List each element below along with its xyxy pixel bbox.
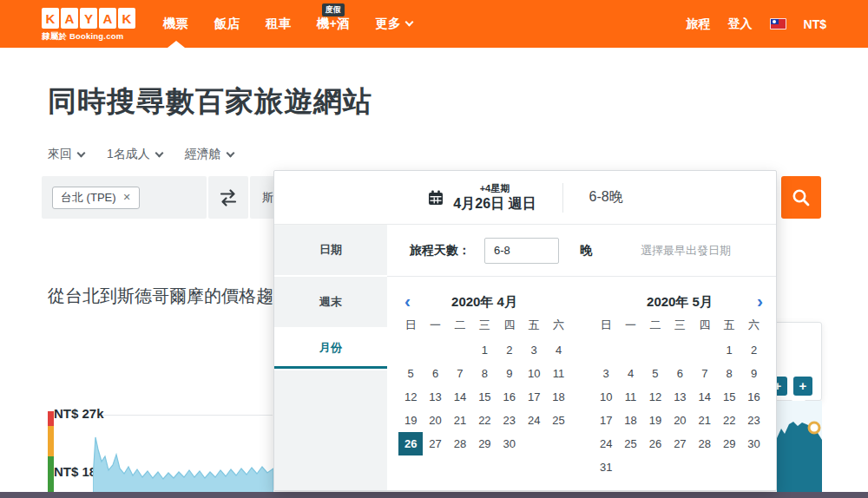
calendar-day[interactable]: 6 <box>667 362 692 385</box>
calendar-day[interactable]: 10 <box>594 385 618 409</box>
calendar-day[interactable]: 12 <box>643 385 667 409</box>
calendar-day[interactable]: 20 <box>667 409 692 432</box>
main-nav: 機票飯店租車機+酒度假更多 <box>161 0 414 48</box>
calendar-day[interactable]: 27 <box>667 432 692 455</box>
calendar-day[interactable]: 17 <box>522 385 546 409</box>
origin-input[interactable]: 台北 (TPE) ✕ <box>42 176 207 219</box>
signin-link[interactable]: 登入 <box>728 16 753 32</box>
calendar-day[interactable]: 5 <box>398 362 423 385</box>
calendar-day[interactable]: 7 <box>448 362 472 385</box>
calendar-day[interactable]: 25 <box>546 409 570 432</box>
calendar-day[interactable]: 18 <box>546 385 570 409</box>
price-area-chart-right[interactable] <box>777 419 822 493</box>
swap-button[interactable] <box>208 176 248 219</box>
increase-button[interactable]: + <box>793 377 812 396</box>
calendar-day[interactable]: 18 <box>618 409 642 432</box>
empty-day-cell <box>448 338 472 362</box>
calendar-day[interactable]: 21 <box>448 409 472 432</box>
empty-day-cell <box>717 455 741 479</box>
calendar-day[interactable]: 9 <box>497 362 522 385</box>
prev-month-arrow[interactable]: ‹ <box>404 292 411 310</box>
calendar-day[interactable]: 7 <box>693 362 717 385</box>
calendar-day[interactable]: 14 <box>693 385 717 409</box>
calendar-day[interactable]: 8 <box>472 362 496 385</box>
calendar-day[interactable]: 24 <box>522 409 546 432</box>
calendar-day[interactable]: 26 <box>643 432 667 455</box>
nav-label: 飯店 <box>214 16 240 32</box>
calendar-day[interactable]: 20 <box>423 409 447 432</box>
calendar-day[interactable]: 19 <box>398 409 423 432</box>
price-area-chart-left[interactable] <box>93 425 273 493</box>
calendar-day[interactable]: 24 <box>594 432 618 455</box>
calendar-day[interactable]: 16 <box>741 385 766 409</box>
calendar-day[interactable]: 2 <box>741 338 766 362</box>
calendar-day[interactable]: 21 <box>693 409 717 432</box>
calendar-day[interactable]: 13 <box>667 385 692 409</box>
currency-selector[interactable]: NT$ <box>804 17 826 31</box>
calendar-day[interactable]: 4 <box>618 362 642 385</box>
cabin-class-select[interactable]: 經濟艙 <box>185 147 233 162</box>
calendar-day[interactable]: 15 <box>717 385 741 409</box>
calendar-day[interactable]: 11 <box>618 385 642 409</box>
trip-type-select[interactable]: 來回 <box>48 147 84 162</box>
calendar-day[interactable]: 15 <box>472 385 496 409</box>
calendar-day[interactable]: 5 <box>643 362 667 385</box>
remove-origin-icon[interactable]: ✕ <box>123 192 131 203</box>
calendar-day[interactable]: 12 <box>398 385 423 409</box>
nav-item-packages[interactable]: 機+酒度假 <box>315 0 351 48</box>
calendar-day[interactable]: 3 <box>522 338 546 362</box>
calendar-day[interactable]: 23 <box>741 409 766 432</box>
next-month-arrow[interactable]: › <box>757 292 763 310</box>
calendar-day[interactable]: 13 <box>423 385 447 409</box>
calendar-day[interactable]: 23 <box>497 409 522 432</box>
kayak-logo[interactable]: KAYAK 隸屬於 Booking.com <box>42 8 135 43</box>
calendar-day[interactable]: 22 <box>472 409 496 432</box>
calendar-day[interactable]: 16 <box>497 385 522 409</box>
calendar-day[interactable]: 29 <box>472 432 496 455</box>
nights-display[interactable]: 6-8晚 <box>589 188 623 206</box>
calendar-day[interactable]: 9 <box>741 362 766 385</box>
tab-dates[interactable]: 日期 <box>274 225 387 275</box>
empty-day-cell <box>693 338 717 362</box>
duration-input[interactable] <box>484 238 559 264</box>
earliest-departure-link[interactable]: 選擇最早出發日期 <box>641 243 731 259</box>
nav-item-more[interactable]: 更多 <box>373 0 414 48</box>
nav-item-flights[interactable]: 機票 <box>161 0 190 48</box>
calendar-day[interactable]: 2 <box>497 338 522 362</box>
calendar-day[interactable]: 19 <box>643 409 667 432</box>
nav-item-hotels[interactable]: 飯店 <box>213 0 241 48</box>
calendar-day[interactable]: 27 <box>423 432 447 455</box>
empty-day-cell <box>594 338 618 362</box>
empty-day-cell <box>546 432 570 455</box>
nav-item-cars[interactable]: 租車 <box>264 0 293 48</box>
calendar-day[interactable]: 8 <box>717 362 741 385</box>
calendar-day[interactable]: 28 <box>693 432 717 455</box>
price-scale-high <box>48 411 54 426</box>
calendar-day[interactable]: 29 <box>717 432 741 455</box>
calendar-day[interactable]: 1 <box>472 338 496 362</box>
calendar-day[interactable]: 10 <box>522 362 546 385</box>
calendar-day[interactable]: 30 <box>497 432 522 455</box>
tab-months[interactable]: 月份 <box>274 329 387 369</box>
taiwan-flag-icon[interactable] <box>770 18 786 29</box>
calendar-day[interactable]: 1 <box>717 338 741 362</box>
calendar-day[interactable]: 4 <box>546 338 570 362</box>
calendar-day[interactable]: 22 <box>717 409 741 432</box>
calendar-day[interactable]: 25 <box>618 432 642 455</box>
weekday-header: 二 <box>643 315 667 336</box>
tab-weekends[interactable]: 週末 <box>274 277 387 327</box>
search-button[interactable] <box>781 176 821 219</box>
calendar-day[interactable]: 31 <box>594 455 618 479</box>
calendar-day[interactable]: 3 <box>594 362 618 385</box>
trips-link[interactable]: 旅程 <box>687 16 711 32</box>
calendar-day[interactable]: 14 <box>448 385 472 409</box>
travelers-select[interactable]: 1名成人 <box>107 147 162 162</box>
calendar-day[interactable]: 6 <box>423 362 447 385</box>
depart-date-display[interactable]: +4星期 4月26日 週日 <box>427 182 536 213</box>
calendar-day[interactable]: 11 <box>546 362 570 385</box>
calendar-day[interactable]: 28 <box>448 432 472 455</box>
selected-point-marker[interactable] <box>809 423 819 433</box>
calendar-day[interactable]: 17 <box>594 409 618 432</box>
calendar-day[interactable]: 30 <box>741 432 766 455</box>
calendar-day[interactable]: 26 <box>398 432 423 455</box>
